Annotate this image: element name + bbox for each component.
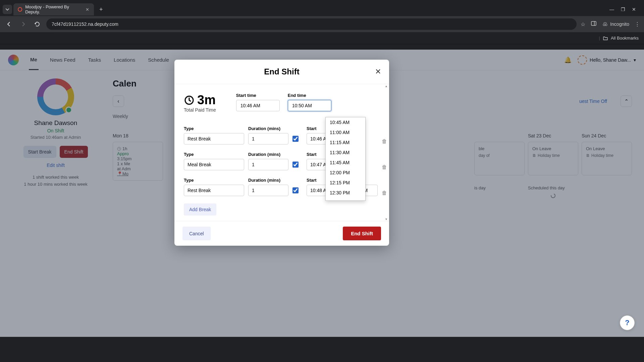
time-dropdown: 10:45 AM 11:00 AM 11:15 AM 11:30 AM 11:4… [325,117,366,201]
svg-point-4 [605,24,607,26]
break-type-select[interactable] [184,133,244,144]
end-time-label: End time [288,93,331,98]
modal-close-button[interactable]: ✕ [375,67,381,76]
chevron-down-icon [5,7,9,11]
time-option[interactable]: 10:45 AM [326,117,365,127]
delete-break-button[interactable]: 🗑 [382,138,387,144]
svg-rect-1 [591,21,596,25]
modal-body: ▴▾ 3m Total Paid Time Start time End ti [174,84,389,221]
url-input[interactable]: 7cf47d19112152.na.deputy.com [46,18,577,30]
address-bar: 7cf47d19112152.na.deputy.com ☆ Incognito… [0,16,644,32]
break-type-select[interactable] [184,185,244,196]
bookmarks-bar: | All Bookmarks [0,32,644,44]
close-window-button[interactable]: ✕ [632,7,636,12]
break-checkbox[interactable] [292,162,299,168]
paid-time-value: 3m [197,93,216,107]
url-text: 7cf47d19112152.na.deputy.com [52,21,118,27]
svg-point-3 [603,24,605,26]
forward-button[interactable] [18,19,28,29]
break-checkbox[interactable] [292,136,299,142]
browser-tab[interactable]: Moodjoy - Powered By Deputy. ✕ [13,3,94,15]
time-option[interactable]: 12:00 PM [326,168,365,178]
paid-time-summary: 3m Total Paid Time [184,93,216,113]
new-tab-button[interactable]: + [97,4,105,15]
end-time-group: End time [288,93,331,111]
delete-break-button[interactable]: 🗑 [382,164,387,170]
incognito-icon [602,21,608,27]
bookmark-star-icon[interactable]: ☆ [581,21,585,27]
start-time-label: Start time [236,93,280,98]
delete-break-button[interactable]: 🗑 [382,190,387,196]
time-option[interactable]: 12:45 PM [326,198,365,201]
incognito-badge: Incognito [602,21,629,27]
time-option[interactable]: 12:30 PM [326,188,365,198]
cancel-button[interactable]: Cancel [182,227,211,240]
summary-row: 3m Total Paid Time Start time End time [184,93,380,113]
modal-footer: Cancel End Shift [174,221,389,246]
time-option[interactable]: 11:15 AM [326,137,365,147]
tab-close-button[interactable]: ✕ [85,6,90,13]
start-time-input[interactable] [236,100,280,111]
time-option[interactable]: 11:30 AM [326,147,365,158]
window-controls: — ❐ ✕ [609,7,641,12]
folder-icon [603,36,608,41]
end-time-input[interactable] [288,100,331,111]
break-checkbox[interactable] [292,187,299,193]
time-option[interactable]: 11:45 AM [326,158,365,168]
tab-bar: Moodjoy - Powered By Deputy. ✕ + — ❐ ✕ [0,0,644,16]
clock-icon [184,95,195,106]
confirm-end-shift-button[interactable]: End Shift [343,227,381,240]
break-duration-input[interactable] [248,133,288,144]
time-dropdown-list[interactable]: 10:45 AM 11:00 AM 11:15 AM 11:30 AM 11:4… [326,117,365,201]
browser-chrome: Moodjoy - Powered By Deputy. ✕ + — ❐ ✕ 7… [0,0,644,50]
side-panel-icon[interactable] [591,20,597,28]
minimize-button[interactable]: — [609,7,614,12]
reload-button[interactable] [32,19,42,29]
maximize-button[interactable]: ❐ [621,7,625,12]
favicon-icon [17,7,22,12]
browser-menu-button[interactable]: ⋮ [635,21,640,27]
back-button[interactable] [4,19,14,29]
break-duration-input[interactable] [248,185,288,196]
all-bookmarks-link[interactable]: All Bookmarks [611,36,639,41]
help-button[interactable]: ? [620,315,635,330]
break-duration-input[interactable] [248,159,288,170]
tab-search-button[interactable] [3,5,12,14]
paid-time-label: Total Paid Time [184,107,216,113]
tab-title: Moodjoy - Powered By Deputy. [25,4,82,14]
start-time-group: Start time [236,93,280,111]
svg-point-0 [18,7,22,11]
modal-header: End Shift ✕ [174,60,389,84]
time-option[interactable]: 12:15 PM [326,178,365,188]
add-break-button[interactable]: Add Break [184,203,216,216]
break-type-select[interactable] [184,159,244,170]
modal-title: End Shift [264,67,299,76]
time-option[interactable]: 11:00 AM [326,127,365,137]
end-shift-modal: End Shift ✕ ▴▾ 3m Total Paid Time Start … [174,60,389,246]
page: Me News Feed Tasks Locations Schedule 🔔 … [0,50,644,337]
